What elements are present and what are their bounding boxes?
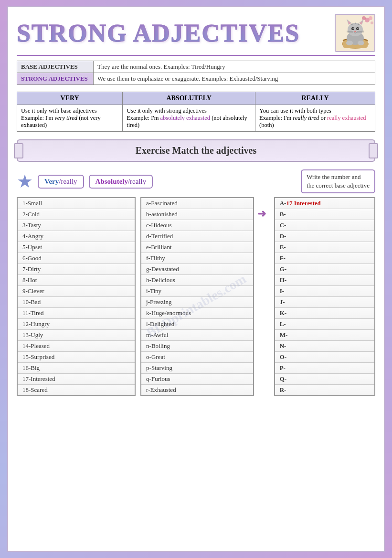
base-list-item: 4-Angry xyxy=(18,231,135,242)
svg-point-16 xyxy=(357,28,358,29)
answer-item: B- xyxy=(275,209,374,220)
labels-row: ★ Very/really Absolutely/really Write th… xyxy=(17,169,375,193)
strong-list-item: o-Great xyxy=(141,352,253,363)
base-list-item: 17-Interested xyxy=(18,374,135,385)
adverb-header-really: REALLY xyxy=(255,92,375,105)
adverb-header-very: VERY xyxy=(17,92,123,105)
strong-list-item: k-Huge/enormous xyxy=(141,308,253,319)
base-list-item: 15-Surprised xyxy=(18,352,135,363)
write-instruction-line1: Write the number and xyxy=(307,173,360,180)
answer-item: J- xyxy=(275,297,374,308)
exercise-columns: 1-Small2-Cold3-Tasty4-Angry5-Upset6-Good… xyxy=(17,197,375,396)
tag-absolutely-text: Absolutely xyxy=(95,178,128,185)
adverb-cell-really: You can use it with both types Example: … xyxy=(255,105,375,132)
strong-list-item: f-Filthy xyxy=(141,253,253,264)
main-title: STRONG ADJECTIVES xyxy=(17,19,300,47)
base-list-item: 5-Upset xyxy=(18,242,135,253)
exercise-banner: Exercise Match the adjectives xyxy=(17,139,375,162)
strong-list-item: g-Devastated xyxy=(141,264,253,275)
base-list-item: 13-Ugly xyxy=(18,330,135,341)
tag-absolutely-really: Absolutely/really xyxy=(89,175,153,189)
exercise-label: Exercise Match the adjectives xyxy=(136,145,256,156)
match-arrow: ➜ xyxy=(257,206,266,221)
strong-list-item: c-Hideous xyxy=(141,220,253,231)
title-section: STRONG ADJECTIVES xyxy=(17,14,375,52)
svg-line-19 xyxy=(347,32,353,32)
definitions-table: BASE ADJECTIVESThey are the normal ones.… xyxy=(17,61,375,85)
answer-item: H- xyxy=(275,275,374,286)
star-icon: ★ xyxy=(17,172,33,190)
answer-item: E- xyxy=(275,242,374,253)
answer-item: I- xyxy=(275,286,374,297)
answer-item: L- xyxy=(275,319,374,330)
answer-item: Q- xyxy=(275,374,374,385)
answer-box: A-17 InterestedB-C-D-E-F-G-H-I-J-K-L-M-N… xyxy=(274,197,375,396)
def-text-strong: We use them to emphasize or exaggerate. … xyxy=(94,73,375,85)
answer-item: D- xyxy=(275,231,374,242)
adverb-header-absolutely: ABSOLUTELY xyxy=(123,92,255,105)
svg-point-2 xyxy=(369,16,372,20)
base-list-box: 1-Small2-Cold3-Tasty4-Angry5-Upset6-Good… xyxy=(17,197,136,396)
tag-abs-slash-really: /really xyxy=(128,178,146,185)
svg-point-8 xyxy=(348,23,363,36)
strong-list-item: h-Delicious xyxy=(141,275,253,286)
base-list-item: 10-Bad xyxy=(18,297,135,308)
answer-item: R- xyxy=(275,385,374,395)
answer-item: K- xyxy=(275,308,374,319)
base-list-item: 16-Big xyxy=(18,363,135,374)
base-list-item: 1-Small xyxy=(18,198,135,209)
tag-very-text: Very xyxy=(44,178,59,185)
def-label-base: BASE ADJECTIVES xyxy=(17,61,94,73)
page: STRONG ADJECTIVES xyxy=(7,6,385,552)
base-list-item: 8-Hot xyxy=(18,275,135,286)
svg-line-21 xyxy=(357,32,364,32)
svg-point-22 xyxy=(346,41,353,45)
answer-item: P- xyxy=(275,363,374,374)
strong-list-item: l-Delighted xyxy=(141,319,253,330)
strong-list-item: n-Boiling xyxy=(141,341,253,352)
strong-list-item: p-Starving xyxy=(141,363,253,374)
strong-list-item: m-Awful xyxy=(141,330,253,341)
base-list-item: 14-Pleased xyxy=(18,341,135,352)
base-list-item: 3-Tasty xyxy=(18,220,135,231)
def-text-base: They are the normal ones. Examples: Tire… xyxy=(94,61,375,73)
svg-point-3 xyxy=(362,16,366,20)
strong-list-item: d-Terrified xyxy=(141,231,253,242)
adverb-cell-very: Use it only with base adjectives Example… xyxy=(17,105,123,132)
answer-item: G- xyxy=(275,264,374,275)
strong-list-box: a-Fascinatedb-astonishedc-Hideousd-Terri… xyxy=(140,197,254,396)
write-instruction-tag: Write the number and the correct base ad… xyxy=(301,169,375,193)
strong-list-item: j-Freezing xyxy=(141,297,253,308)
cat-image xyxy=(335,14,375,52)
def-label-strong: STRONG ADJECTIVES xyxy=(17,73,94,85)
base-list-item: 12-Hungry xyxy=(18,319,135,330)
base-list-item: 11-Tired xyxy=(18,308,135,319)
svg-point-15 xyxy=(352,28,353,29)
adverb-cell-absolutely: Use it only with strong adjectives Examp… xyxy=(123,105,255,132)
strong-list-item: b-astonished xyxy=(141,209,253,220)
strong-list-item: q-Furious xyxy=(141,374,253,385)
base-list-item: 7-Dirty xyxy=(18,264,135,275)
svg-point-23 xyxy=(358,41,364,45)
answer-item: C- xyxy=(275,220,374,231)
base-list-item: 18-Scared xyxy=(18,385,135,395)
strong-list-item: r-Exhausted xyxy=(141,385,253,395)
base-list-item: 6-Good xyxy=(18,253,135,264)
strong-list-item: i-Tiny xyxy=(141,286,253,297)
answer-item: M- xyxy=(275,330,374,341)
write-instruction-line2: the correct base adjective xyxy=(307,182,370,189)
answer-item: N- xyxy=(275,341,374,352)
answer-item: F- xyxy=(275,253,374,264)
answer-item: A-17 Interested xyxy=(275,198,374,209)
base-list-item: 2-Cold xyxy=(18,209,135,220)
strong-list-item: a-Fascinated xyxy=(141,198,253,209)
svg-point-17 xyxy=(354,31,356,32)
strong-list-item: e-Brilliant xyxy=(141,242,253,253)
base-list-item: 9-Clever xyxy=(18,286,135,297)
tag-slash-really: /really xyxy=(59,178,77,185)
purple-divider xyxy=(17,55,375,56)
svg-point-4 xyxy=(371,21,373,24)
adverbs-table: VERY ABSOLUTELY REALLY Use it only with … xyxy=(17,92,375,132)
answer-item: O- xyxy=(275,352,374,363)
tag-very-really: Very/really xyxy=(38,175,84,189)
